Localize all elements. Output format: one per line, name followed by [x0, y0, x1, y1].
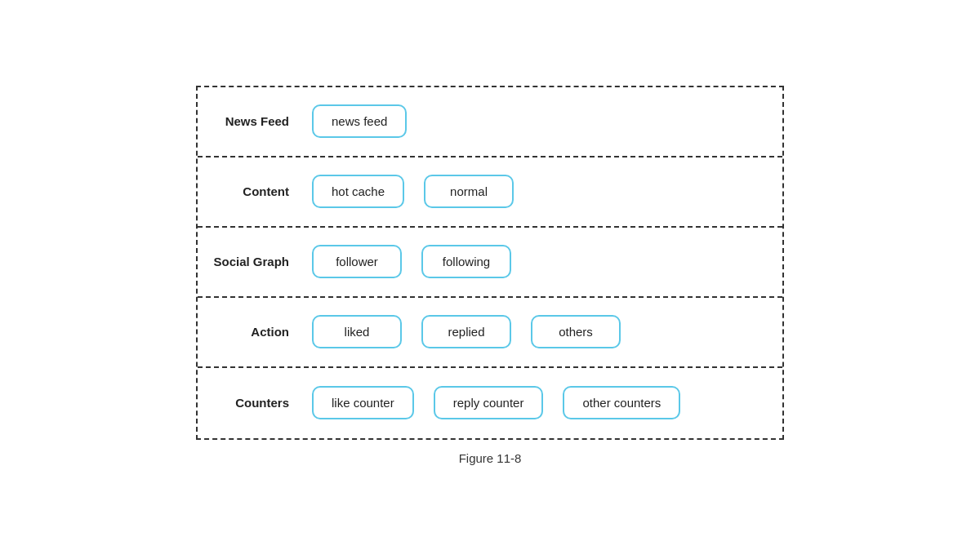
- row-label: Social Graph: [198, 255, 304, 268]
- row-label: Counters: [198, 396, 304, 410]
- row-content: hot cachenormal: [304, 162, 782, 221]
- row-label: Action: [198, 325, 304, 339]
- node-box: other counters: [563, 386, 680, 419]
- node-box: like counter: [312, 386, 414, 419]
- node-box: others: [531, 315, 621, 348]
- node-box: reply counter: [434, 386, 544, 419]
- row-label: News Feed: [198, 114, 304, 128]
- diagram-outer-border: News Feednews feedContenthot cachenormal…: [196, 86, 784, 440]
- diagram-row: News Feednews feed: [198, 87, 782, 157]
- node-box: hot cache: [312, 175, 404, 208]
- row-content: news feed: [304, 91, 782, 151]
- diagram-row: Counterslike counterreply counterother c…: [198, 368, 782, 438]
- row-label: Content: [198, 184, 304, 198]
- figure-container: News Feednews feedContenthot cachenormal…: [196, 86, 784, 465]
- diagram-row: Contenthot cachenormal: [198, 157, 782, 228]
- node-box: news feed: [312, 104, 407, 138]
- row-content: likedrepliedothers: [304, 302, 782, 361]
- row-content: followerfollowing: [304, 232, 782, 291]
- row-content: like counterreply counterother counters: [304, 373, 782, 432]
- diagram-row: Social Graphfollowerfollowing: [198, 228, 782, 298]
- node-box: replied: [421, 315, 511, 348]
- node-box: normal: [424, 175, 514, 208]
- node-box: liked: [312, 315, 402, 348]
- node-box: follower: [312, 245, 402, 278]
- diagram-row: Actionlikedrepliedothers: [198, 298, 782, 368]
- figure-caption: Figure 11-8: [459, 451, 522, 465]
- node-box: following: [421, 245, 511, 278]
